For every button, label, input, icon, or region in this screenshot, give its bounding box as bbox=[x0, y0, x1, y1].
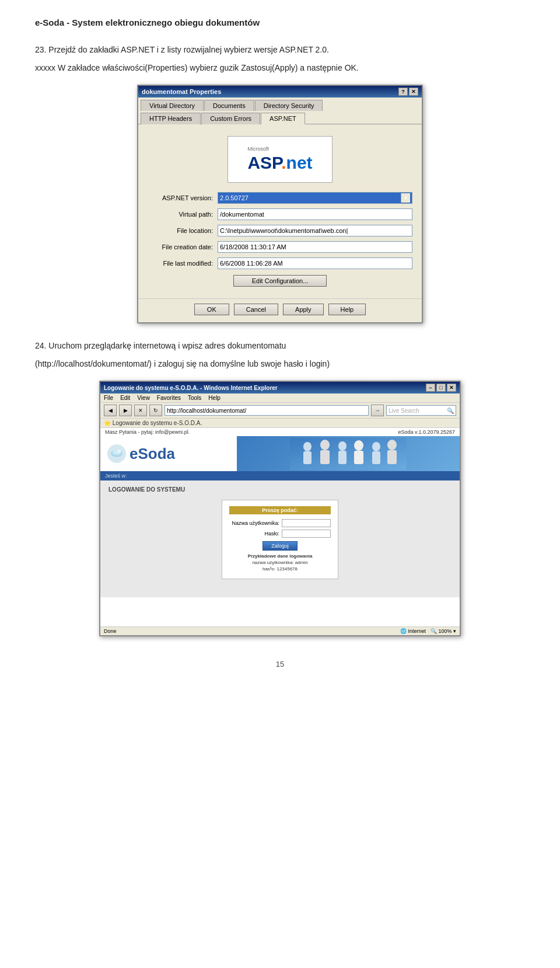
esoda-logo: eSoda bbox=[100, 440, 237, 468]
esoda-logo-icon bbox=[107, 444, 126, 463]
tab-row-1: Virtual Directory Documents Directory Se… bbox=[138, 98, 422, 110]
cancel-button[interactable]: Cancel bbox=[234, 304, 278, 315]
password-label: Hasło: bbox=[229, 531, 282, 537]
dialog-tabs: Virtual Directory Documents Directory Se… bbox=[138, 98, 422, 124]
navbar-text: Jesteś w: bbox=[105, 473, 127, 479]
menu-edit[interactable]: Edit bbox=[120, 395, 130, 401]
field-label-aspnet-version: ASP.NET version: bbox=[148, 194, 218, 201]
browser-close-btn[interactable]: ✕ bbox=[447, 384, 456, 392]
login-section-title: LOGOWANIE DO SYSTEMU bbox=[108, 486, 452, 493]
section-23-text1: 23. Przejdź do zakładki ASP.NET i z list… bbox=[35, 44, 525, 56]
menu-file[interactable]: File bbox=[104, 395, 113, 401]
browser-toolbar: ◀ ▶ ✕ ↻ http://localhost/dokumentomat/ →… bbox=[100, 403, 460, 419]
stop-button[interactable]: ✕ bbox=[134, 405, 147, 416]
browser-max-btn[interactable]: □ bbox=[436, 384, 446, 392]
favorites-label[interactable]: ⭐ Logowanie do systemu e-S.O.D.A. bbox=[104, 420, 202, 426]
field-file-location: File location: C:\Inetpub\wwwroot\dokume… bbox=[148, 225, 412, 236]
menu-favorites[interactable]: Favorites bbox=[157, 395, 181, 401]
svg-rect-5 bbox=[303, 451, 312, 464]
svg-point-10 bbox=[354, 440, 363, 451]
topbar-left: Masz Pytania - pytaj: info@pewni.pl. bbox=[105, 429, 190, 435]
field-value-aspnet-version[interactable]: 2.0.50727 ▼ bbox=[218, 192, 412, 204]
aspnet-version-value: 2.0.50727 bbox=[220, 194, 249, 201]
menu-help[interactable]: Help bbox=[208, 395, 220, 401]
field-label-file-creation-date: File creation date: bbox=[148, 243, 218, 250]
field-aspnet-version: ASP.NET version: 2.0.50727 ▼ bbox=[148, 192, 412, 204]
field-label-file-last-modified: File last modified: bbox=[148, 260, 218, 267]
ms-label: Microsoft bbox=[247, 146, 312, 152]
dialog-screenshot-container: dokumentomat Properties ? ✕ Virtual Dire… bbox=[35, 85, 525, 323]
svg-point-8 bbox=[338, 441, 346, 451]
svg-rect-15 bbox=[387, 450, 397, 464]
section-23-text2: xxxxx W zakładce właściwości(Properties)… bbox=[35, 62, 525, 74]
go-button[interactable]: → bbox=[371, 405, 384, 416]
svg-point-2 bbox=[117, 450, 121, 453]
login-box: Proszę podać: Nazwa użytkownika: Hasło: … bbox=[222, 500, 338, 579]
help-button[interactable]: Help bbox=[328, 304, 366, 315]
menu-tools[interactable]: Tools bbox=[188, 395, 201, 401]
field-file-last-modified: File last modified: 6/6/2008 11:06:28 AM bbox=[148, 257, 412, 269]
field-label-virtual-path: Virtual path: bbox=[148, 211, 218, 218]
tab-custom-errors[interactable]: Custom Errors bbox=[201, 113, 260, 124]
dialog-title: dokumentomat Properties bbox=[142, 88, 221, 95]
browser-title: Logowanie do systemu e-S.O.D.A. - Window… bbox=[104, 385, 278, 391]
field-value-file-creation-date: 6/18/2008 11:30:17 AM bbox=[218, 241, 412, 253]
close-titlebar-btn[interactable]: ✕ bbox=[409, 88, 418, 96]
svg-rect-7 bbox=[320, 450, 330, 464]
login-hint: Przykładowe dane logowania nazwa użytkow… bbox=[229, 553, 331, 573]
search-bar[interactable]: Live Search 🔍 bbox=[386, 405, 456, 416]
page-number: 15 bbox=[35, 660, 525, 668]
page-title: e-Soda - System elektronicznego obiegu d… bbox=[35, 18, 525, 27]
browser-min-btn[interactable]: – bbox=[426, 384, 435, 392]
menu-view[interactable]: View bbox=[137, 395, 150, 401]
esoda-banner-image bbox=[237, 436, 460, 471]
back-button[interactable]: ◀ bbox=[104, 405, 117, 416]
aspnet-logo: Microsoft ASP.net bbox=[247, 146, 312, 173]
search-icon[interactable]: 🔍 bbox=[447, 408, 454, 414]
tab-aspnet[interactable]: ASP.NET bbox=[261, 113, 305, 124]
address-value: http://localhost/dokumentomat/ bbox=[167, 408, 246, 414]
field-value-file-location: C:\Inetpub\wwwroot\dokumentomat\web.con| bbox=[218, 225, 412, 236]
field-value-file-last-modified: 6/6/2008 11:06:28 AM bbox=[218, 257, 412, 269]
statusbar-done: Done bbox=[104, 628, 117, 634]
password-input[interactable] bbox=[282, 530, 331, 538]
dropdown-arrow-icon[interactable]: ▼ bbox=[401, 193, 410, 203]
username-label: Nazwa użytkownika: bbox=[229, 520, 282, 526]
apply-button[interactable]: Apply bbox=[283, 304, 324, 315]
forward-button[interactable]: ▶ bbox=[119, 405, 132, 416]
tab-row-2: HTTP Headers Custom Errors ASP.NET bbox=[138, 110, 422, 124]
tab-documents[interactable]: Documents bbox=[204, 100, 254, 111]
dialog-buttons: OK Cancel Apply Help bbox=[138, 298, 422, 322]
browser-menubar: File Edit View Favorites Tools Help bbox=[100, 394, 460, 403]
login-button[interactable]: Zaloguj bbox=[262, 541, 298, 551]
dialog-content: Microsoft ASP.net ASP.NET version: 2.0.5… bbox=[138, 124, 422, 298]
field-virtual-path: Virtual path: /dokumentomat bbox=[148, 208, 412, 220]
titlebar-buttons: ? ✕ bbox=[398, 88, 418, 96]
refresh-button[interactable]: ↻ bbox=[149, 405, 162, 416]
ok-button[interactable]: OK bbox=[194, 304, 229, 315]
hint-user: nazwa użytkownika: admin bbox=[252, 560, 307, 565]
statusbar-right: 🌐 Internet 🔍 100% ▾ bbox=[400, 628, 456, 634]
esoda-navbar: Jesteś w: bbox=[100, 471, 460, 480]
help-titlebar-btn[interactable]: ? bbox=[398, 88, 408, 96]
section-24-text2: (http://localhost/dokumentomat/) i zalog… bbox=[35, 358, 525, 370]
password-field-row: Hasło: bbox=[229, 530, 331, 538]
edit-configuration-button[interactable]: Edit Configuration... bbox=[233, 275, 327, 287]
tab-virtual-directory[interactable]: Virtual Directory bbox=[141, 100, 204, 111]
username-input[interactable] bbox=[282, 519, 331, 527]
tab-http-headers[interactable]: HTTP Headers bbox=[141, 113, 201, 124]
browser-statusbar: Done 🌐 Internet 🔍 100% ▾ bbox=[100, 626, 460, 635]
svg-point-12 bbox=[372, 442, 380, 451]
net-text: net bbox=[286, 153, 313, 172]
tab-directory-security[interactable]: Directory Security bbox=[255, 100, 323, 111]
dialog-titlebar: dokumentomat Properties ? ✕ bbox=[138, 86, 422, 98]
browser-window: Logowanie do systemu e-S.O.D.A. - Window… bbox=[99, 381, 461, 636]
browser-screenshot-container: Logowanie do systemu e-S.O.D.A. - Window… bbox=[35, 381, 525, 636]
address-bar[interactable]: http://localhost/dokumentomat/ bbox=[164, 405, 369, 416]
field-file-creation-date: File creation date: 6/18/2008 11:30:17 A… bbox=[148, 241, 412, 253]
hint-title: Przykładowe dane logowania bbox=[248, 553, 313, 559]
asp-text: ASP bbox=[247, 153, 281, 172]
hint-pass: has³o: 12345678 bbox=[262, 566, 298, 572]
field-label-file-location: File location: bbox=[148, 227, 218, 234]
statusbar-internet: 🌐 Internet bbox=[400, 628, 426, 634]
